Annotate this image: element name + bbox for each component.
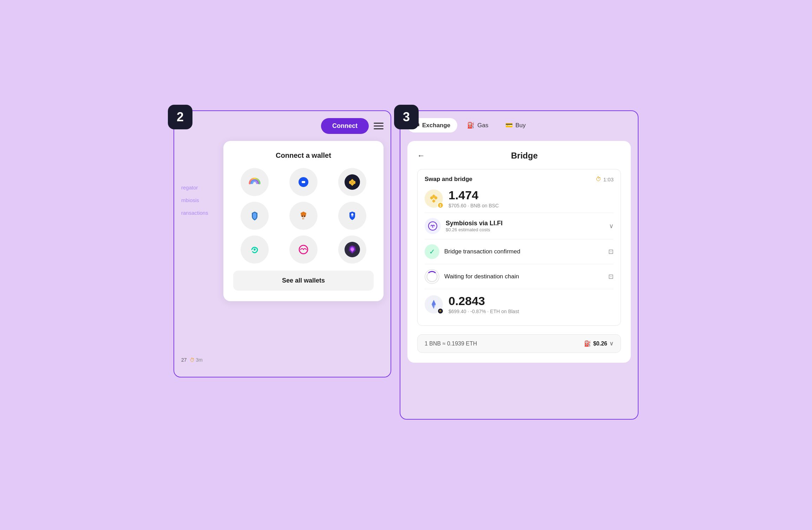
bsc-badge xyxy=(437,202,444,208)
eth-amount-info: 0.2843 $699.40 · -0.87% · ETH on Blast xyxy=(448,294,519,314)
svg-point-34 xyxy=(432,226,433,228)
step-badge-3: 3 xyxy=(394,105,419,129)
gas-icon: ⛽ xyxy=(467,122,474,129)
blast-badge: B xyxy=(437,308,444,314)
svg-point-26 xyxy=(351,248,354,251)
svg-marker-32 xyxy=(440,206,441,207)
bg-content: regator mbiosis ransactions xyxy=(181,181,208,219)
confirmed-icon: ✓ xyxy=(425,244,439,259)
svg-marker-28 xyxy=(432,199,436,203)
symbiosis-icon xyxy=(425,218,441,234)
panel-2: 2 Connect regator mbiosis ransactions Co… xyxy=(173,110,391,377)
menu-icon[interactable] xyxy=(374,123,384,129)
eth-to-row: B 0.2843 $699.40 · -0.87% · ETH on Blast xyxy=(425,289,614,319)
route-info: Symbiosis via LI.FI $0.26 estimated cost… xyxy=(446,220,503,232)
bridge-card: ← Bridge Swap and bridge ⏱ 1:03 xyxy=(407,141,631,363)
bnb-from-row: 1.474 $705.60 · BNB on BSC xyxy=(425,188,614,208)
svg-marker-31 xyxy=(440,204,441,206)
eth-amount: 0.2843 xyxy=(448,294,519,308)
tab-buy[interactable]: 💳 Buy xyxy=(498,118,533,132)
wallet-bnb[interactable] xyxy=(338,168,366,196)
timer-icon: ⏱ xyxy=(596,176,601,182)
bridge-confirmed-row: ✓ Bridge transaction confirmed ⊡ xyxy=(425,239,614,264)
tab-gas[interactable]: ⛽ Gas xyxy=(460,118,495,132)
gas-pump-icon: ⛽ xyxy=(584,340,591,347)
bg-item-aggregator: regator xyxy=(181,181,208,194)
wallet-modal: Connect a wallet xyxy=(223,141,384,301)
svg-rect-3 xyxy=(302,181,305,183)
wallet-bitget[interactable] xyxy=(338,202,366,230)
bridge-back-row: ← Bridge xyxy=(417,151,621,161)
bg-item-symbiosis: mbiosis xyxy=(181,194,208,207)
rate-bar: 1 BNB ≈ 0.1939 ETH ⛽ $0.26 ∨ xyxy=(417,334,621,353)
eth-sub: $699.40 · -0.87% · ETH on Blast xyxy=(448,309,519,314)
swap-label: Swap and bridge xyxy=(425,176,472,183)
route-row: Symbiosis via LI.FI $0.26 estimated cost… xyxy=(425,213,614,239)
wallet-rainbow[interactable] xyxy=(241,168,269,196)
wallet-brave[interactable] xyxy=(338,235,366,264)
swap-header: Swap and bridge ⏱ 1:03 xyxy=(425,176,614,183)
waiting-icon xyxy=(425,269,439,284)
rate-chevron[interactable]: ∨ xyxy=(609,340,614,347)
rate-text: 1 BNB ≈ 0.1939 ETH xyxy=(425,341,477,347)
bg-bottom: 27 ⏱ 3m xyxy=(181,357,203,363)
bg-item-transactions: ransactions xyxy=(181,207,208,219)
bnb-sub: $705.60 · BNB on BSC xyxy=(448,203,499,208)
svg-rect-18 xyxy=(302,218,303,219)
route-left: Symbiosis via LI.FI $0.26 estimated cost… xyxy=(425,218,503,234)
spinner xyxy=(426,271,438,282)
connect-button[interactable]: Connect xyxy=(321,118,369,134)
svg-rect-19 xyxy=(303,218,304,219)
bridge-title: Bridge xyxy=(428,151,621,161)
wallet-cmc[interactable] xyxy=(289,235,317,264)
panel3-header: ⇄ Exchange ⛽ Gas 💳 Buy xyxy=(407,118,631,132)
route-chevron[interactable]: ∨ xyxy=(609,222,614,230)
wallet-trust[interactable] xyxy=(241,202,269,230)
see-all-wallets-button[interactable]: See all wallets xyxy=(233,271,374,291)
eth-icon: B xyxy=(425,295,443,314)
swap-section: Swap and bridge ⏱ 1:03 xyxy=(417,169,621,326)
waiting-row: Waiting for destination chain ⊡ xyxy=(425,264,614,289)
wallet-metamask[interactable] xyxy=(289,202,317,230)
svg-point-17 xyxy=(304,215,305,217)
bnb-amount: 1.474 xyxy=(448,188,499,202)
svg-point-16 xyxy=(302,215,303,217)
panel2-header: Connect xyxy=(181,118,384,134)
step-badge-2: 2 xyxy=(168,105,192,129)
buy-icon: 💳 xyxy=(505,122,513,129)
svg-point-22 xyxy=(254,248,256,251)
wallet-modal-title: Connect a wallet xyxy=(233,151,374,160)
gas-info: ⛽ $0.26 ∨ xyxy=(584,340,614,347)
panel-3: 3 ⇄ Exchange ⛽ Gas 💳 Buy ← Bridge xyxy=(400,110,639,420)
back-button[interactable]: ← xyxy=(417,151,425,160)
bnb-icon xyxy=(425,189,443,208)
bnb-amount-info: 1.474 $705.60 · BNB on BSC xyxy=(448,188,499,208)
wallet-grid xyxy=(233,168,374,264)
wallet-coinbase[interactable] xyxy=(289,168,317,196)
wallet-slingshot[interactable] xyxy=(241,235,269,264)
waiting-link[interactable]: ⊡ xyxy=(608,273,614,280)
confirmed-link[interactable]: ⊡ xyxy=(608,248,614,256)
timer: ⏱ 1:03 xyxy=(596,176,614,182)
